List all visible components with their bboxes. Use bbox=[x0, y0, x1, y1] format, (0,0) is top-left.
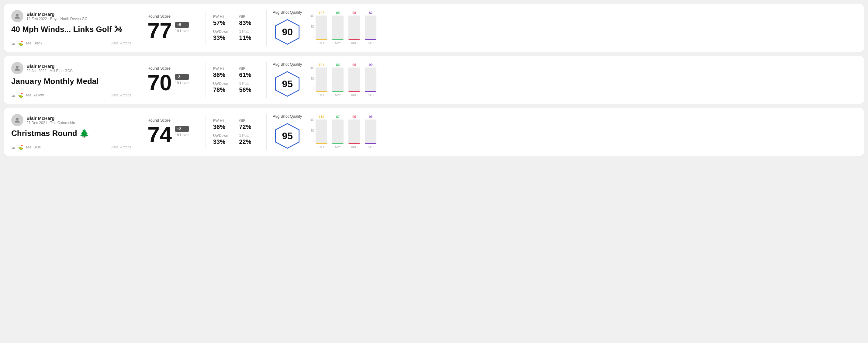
fw-hit-value: 36% bbox=[213, 123, 233, 130]
round-score-label: Round Score bbox=[148, 118, 197, 123]
bar-group-ott: 107 OTT bbox=[316, 11, 327, 45]
round-score-label: Round Score bbox=[148, 14, 197, 19]
fw-hit-stat: FW Hit 57% bbox=[213, 14, 233, 27]
stats-grid: FW Hit 86% GIR 61% Up/Down 78% 1 Putt 56… bbox=[213, 67, 259, 93]
avatar bbox=[11, 114, 23, 126]
hexagon-score: 90 bbox=[282, 27, 293, 38]
fw-hit-label: FW Hit bbox=[213, 67, 233, 71]
score-section: Round Score 70 -2 18 Holes bbox=[139, 62, 206, 98]
gir-stat: GIR 83% bbox=[239, 14, 259, 27]
updown-stat: Up/Down 78% bbox=[213, 82, 233, 93]
user-row: Blair McHarg 29 Jan 2022 · Mill Ride GCC bbox=[11, 62, 131, 74]
stats-section: FW Hit 36% GIR 72% Up/Down 33% 1 Putt 22… bbox=[206, 114, 267, 150]
updown-value: 78% bbox=[213, 86, 233, 93]
shot-quality-label: Avg Shot Quality bbox=[273, 62, 302, 67]
oneputt-value: 11% bbox=[239, 34, 259, 41]
round-left-section: Blair McHarg 12 Feb 2022 · Royal North D… bbox=[11, 10, 139, 45]
holes-text: 18 Holes bbox=[175, 133, 189, 137]
score-modifier-badge: -2 bbox=[175, 74, 189, 80]
score-row: 70 -2 18 Holes bbox=[148, 72, 197, 94]
oneputt-value: 22% bbox=[239, 138, 259, 145]
user-info: Blair McHarg 27 Dec 2021 · The Oxfordshi… bbox=[26, 116, 76, 125]
svg-point-2 bbox=[16, 66, 19, 68]
bottom-row: ☁ ⛳ Tee: Black Data: Arccos bbox=[11, 41, 131, 45]
bag-icon: ⛳ bbox=[18, 145, 23, 150]
updown-label: Up/Down bbox=[213, 82, 233, 86]
date-course: 29 Jan 2022 · Mill Ride GCC bbox=[26, 69, 73, 73]
shot-quality-label: Avg Shot Quality bbox=[273, 114, 302, 119]
updown-label: Up/Down bbox=[213, 30, 233, 34]
holes-text: 18 Holes bbox=[175, 29, 189, 33]
shot-quality-label: Avg Shot Quality bbox=[273, 10, 302, 14]
gir-stat: GIR 61% bbox=[239, 67, 259, 79]
round-score-label: Round Score bbox=[148, 66, 197, 70]
fw-hit-stat: FW Hit 86% bbox=[213, 67, 233, 79]
updown-value: 33% bbox=[213, 138, 233, 145]
round-card: Blair McHarg 29 Jan 2022 · Mill Ride GCC… bbox=[4, 56, 864, 104]
avatar bbox=[11, 62, 23, 74]
updown-stat: Up/Down 33% bbox=[213, 133, 233, 145]
score-number: 77 bbox=[148, 20, 172, 42]
bar-group-ott: 110 OTT bbox=[316, 115, 327, 149]
hexagon: 95 bbox=[274, 122, 301, 150]
stats-section: FW Hit 57% GIR 83% Up/Down 33% 1 Putt 11… bbox=[206, 10, 267, 45]
bar-group-app: 87 APP bbox=[332, 115, 344, 149]
score-modifier-badge: +5 bbox=[175, 22, 189, 28]
bar-group-ott: 101 OTT bbox=[316, 63, 327, 97]
tee-label: Tee: Blue bbox=[26, 145, 41, 149]
round-card: Blair McHarg 12 Feb 2022 · Royal North D… bbox=[4, 4, 864, 52]
bar-chart-container: 100 50 0 101 OTT 86 APP 96 bbox=[310, 63, 851, 97]
oneputt-stat: 1 Putt 22% bbox=[239, 133, 259, 145]
stats-section: FW Hit 86% GIR 61% Up/Down 78% 1 Putt 56… bbox=[206, 62, 267, 98]
bag-icon: ⛳ bbox=[18, 41, 23, 45]
user-name: Blair McHarg bbox=[26, 64, 73, 69]
gir-value: 61% bbox=[239, 71, 259, 79]
svg-point-4 bbox=[16, 118, 19, 120]
oneputt-label: 1 Putt bbox=[239, 82, 259, 86]
round-left-section: Blair McHarg 27 Dec 2021 · The Oxfordshi… bbox=[11, 114, 139, 150]
gir-label: GIR bbox=[239, 119, 259, 123]
shot-quality-container: Avg Shot Quality 95 bbox=[273, 114, 302, 150]
fw-hit-value: 57% bbox=[213, 20, 233, 27]
round-left-section: Blair McHarg 29 Jan 2022 · Mill Ride GCC… bbox=[11, 62, 139, 98]
fw-hit-stat: FW Hit 36% bbox=[213, 119, 233, 130]
user-info: Blair McHarg 29 Jan 2022 · Mill Ride GCC bbox=[26, 64, 73, 73]
round-title: Christmas Round 🌲 bbox=[11, 129, 131, 138]
bar-group-putt: 82 PUTT bbox=[365, 11, 376, 45]
bar-group-arg: 98 ARG bbox=[348, 11, 360, 45]
shot-quality-container: Avg Shot Quality 95 bbox=[273, 62, 302, 98]
user-row: Blair McHarg 12 Feb 2022 · Royal North D… bbox=[11, 10, 131, 22]
score-details: +2 18 Holes bbox=[175, 124, 189, 137]
bottom-row: ☁ ⛳ Tee: Blue Data: Arccos bbox=[11, 145, 131, 150]
fw-hit-label: FW Hit bbox=[213, 119, 233, 123]
updown-label: Up/Down bbox=[213, 133, 233, 138]
stats-grid: FW Hit 36% GIR 72% Up/Down 33% 1 Putt 22… bbox=[213, 119, 259, 145]
round-title: 40 Mph Winds... Links Golf 🌬 bbox=[11, 25, 131, 34]
tee-label: Tee: Black bbox=[26, 41, 42, 45]
score-row: 77 +5 18 Holes bbox=[148, 20, 197, 42]
oneputt-label: 1 Putt bbox=[239, 30, 259, 34]
score-section: Round Score 74 +2 18 Holes bbox=[139, 114, 206, 150]
bar-chart-container: 100 50 0 110 OTT 87 APP 95 bbox=[310, 115, 851, 149]
data-source: Data: Arccos bbox=[111, 93, 131, 97]
bar-group-putt: 93 PUTT bbox=[365, 115, 376, 149]
hexagon-score: 95 bbox=[282, 79, 293, 90]
svg-point-0 bbox=[16, 14, 19, 16]
user-name: Blair McHarg bbox=[26, 11, 87, 17]
bag-icon: ⛳ bbox=[18, 93, 23, 98]
oneputt-stat: 1 Putt 11% bbox=[239, 30, 259, 41]
weather-icon: ☁ bbox=[11, 93, 16, 98]
hexagon-score: 95 bbox=[282, 130, 293, 142]
hexagon: 90 bbox=[274, 18, 301, 45]
updown-value: 33% bbox=[213, 34, 233, 41]
shot-quality-container: Avg Shot Quality 90 bbox=[273, 10, 302, 45]
bar-group-arg: 95 ARG bbox=[348, 115, 360, 149]
bottom-row: ☁ ⛳ Tee: Yellow Data: Arccos bbox=[11, 93, 131, 98]
tee-info: ☁ ⛳ Tee: Yellow bbox=[11, 93, 44, 98]
date-course: 12 Feb 2022 · Royal North Devon GC bbox=[26, 17, 87, 21]
gir-label: GIR bbox=[239, 14, 259, 19]
bar-group-arg: 96 ARG bbox=[348, 63, 360, 97]
score-details: -2 18 Holes bbox=[175, 72, 189, 85]
bar-group-app: 95 APP bbox=[332, 11, 344, 45]
fw-hit-value: 86% bbox=[213, 71, 233, 79]
